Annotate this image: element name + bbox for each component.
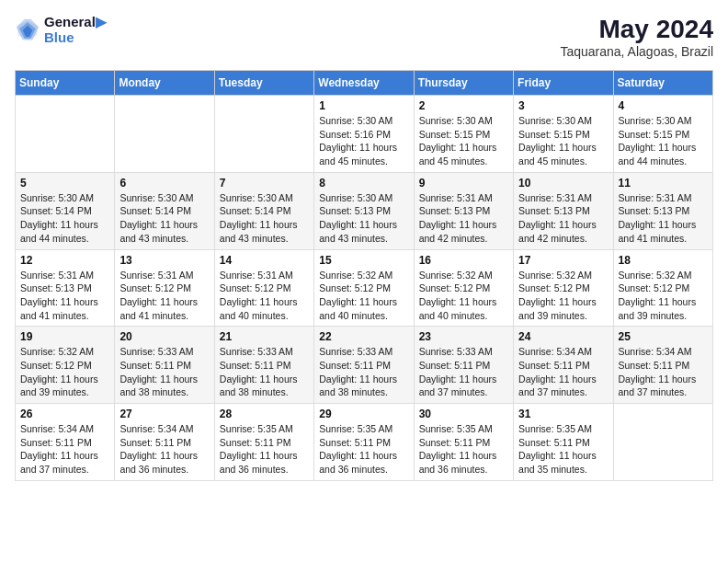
calendar-cell: 27Sunrise: 5:34 AMSunset: 5:11 PMDayligh… (115, 404, 214, 481)
calendar-cell: 7Sunrise: 5:30 AMSunset: 5:14 PMDaylight… (214, 172, 313, 249)
day-number: 21 (220, 330, 309, 343)
day-info: Sunrise: 5:33 AMSunset: 5:11 PMDaylight:… (419, 345, 508, 399)
calendar-cell: 15Sunrise: 5:32 AMSunset: 5:12 PMDayligh… (314, 249, 414, 327)
day-info: Sunrise: 5:31 AMSunset: 5:13 PMDaylight:… (619, 191, 708, 246)
calendar-cell: 29Sunrise: 5:35 AMSunset: 5:11 PMDayligh… (314, 404, 414, 481)
day-info: Sunrise: 5:31 AMSunset: 5:12 PMDaylight:… (220, 269, 309, 323)
day-number: 19 (20, 330, 109, 343)
calendar-cell: 19Sunrise: 5:32 AMSunset: 5:12 PMDayligh… (16, 327, 115, 404)
calendar-cell: 9Sunrise: 5:31 AMSunset: 5:13 PMDaylight… (414, 172, 513, 249)
calendar-cell: 13Sunrise: 5:31 AMSunset: 5:12 PMDayligh… (115, 249, 214, 327)
title-block: May 2024 Taquarana, Alagoas, Brazil (560, 15, 713, 59)
calendar-cell: 11Sunrise: 5:31 AMSunset: 5:13 PMDayligh… (613, 172, 712, 249)
location: Taquarana, Alagoas, Brazil (560, 44, 713, 59)
day-number: 10 (518, 177, 608, 190)
calendar-cell: 17Sunrise: 5:32 AMSunset: 5:12 PMDayligh… (514, 249, 613, 327)
day-number: 15 (319, 254, 408, 267)
calendar-week-2: 5Sunrise: 5:30 AMSunset: 5:14 PMDaylight… (16, 172, 713, 249)
calendar-cell: 5Sunrise: 5:30 AMSunset: 5:14 PMDaylight… (16, 172, 115, 249)
day-info: Sunrise: 5:31 AMSunset: 5:13 PMDaylight:… (20, 269, 109, 323)
weekday-header-saturday: Saturday (613, 71, 712, 96)
logo-icon (15, 17, 40, 43)
calendar-cell: 24Sunrise: 5:34 AMSunset: 5:11 PMDayligh… (514, 327, 613, 404)
calendar-table: SundayMondayTuesdayWednesdayThursdayFrid… (15, 70, 713, 481)
day-number: 5 (20, 177, 109, 190)
calendar-cell: 25Sunrise: 5:34 AMSunset: 5:11 PMDayligh… (613, 327, 712, 404)
weekday-header-sunday: Sunday (16, 71, 115, 96)
day-info: Sunrise: 5:35 AMSunset: 5:11 PMDaylight:… (518, 422, 608, 477)
calendar-cell: 4Sunrise: 5:30 AMSunset: 5:15 PMDaylight… (613, 96, 712, 173)
weekday-header-tuesday: Tuesday (214, 71, 313, 96)
day-info: Sunrise: 5:34 AMSunset: 5:11 PMDaylight:… (518, 345, 608, 399)
day-info: Sunrise: 5:31 AMSunset: 5:13 PMDaylight:… (518, 191, 608, 246)
day-info: Sunrise: 5:31 AMSunset: 5:13 PMDaylight:… (419, 191, 508, 246)
day-number: 28 (220, 408, 309, 420)
calendar-cell (16, 96, 115, 173)
day-number: 8 (319, 177, 408, 190)
day-info: Sunrise: 5:32 AMSunset: 5:12 PMDaylight:… (518, 269, 608, 323)
day-info: Sunrise: 5:32 AMSunset: 5:12 PMDaylight:… (619, 269, 708, 323)
day-info: Sunrise: 5:35 AMSunset: 5:11 PMDaylight:… (319, 422, 408, 477)
calendar-week-3: 12Sunrise: 5:31 AMSunset: 5:13 PMDayligh… (16, 249, 713, 327)
calendar-cell: 6Sunrise: 5:30 AMSunset: 5:14 PMDaylight… (115, 172, 214, 249)
day-info: Sunrise: 5:34 AMSunset: 5:11 PMDaylight:… (20, 422, 109, 477)
calendar-cell: 20Sunrise: 5:33 AMSunset: 5:11 PMDayligh… (115, 327, 214, 404)
day-number: 16 (419, 254, 508, 267)
calendar-cell: 16Sunrise: 5:32 AMSunset: 5:12 PMDayligh… (414, 249, 513, 327)
logo: General▶ Blue (15, 15, 107, 45)
day-info: Sunrise: 5:32 AMSunset: 5:12 PMDaylight:… (319, 269, 408, 323)
weekday-header-monday: Monday (115, 71, 214, 96)
day-number: 12 (20, 254, 109, 267)
calendar-cell: 14Sunrise: 5:31 AMSunset: 5:12 PMDayligh… (214, 249, 313, 327)
calendar-cell: 3Sunrise: 5:30 AMSunset: 5:15 PMDaylight… (514, 96, 613, 173)
day-number: 9 (419, 177, 508, 190)
day-number: 6 (119, 177, 209, 190)
day-number: 30 (419, 408, 508, 420)
day-number: 11 (619, 177, 708, 190)
calendar-header-row: SundayMondayTuesdayWednesdayThursdayFrid… (16, 71, 713, 96)
day-info: Sunrise: 5:32 AMSunset: 5:12 PMDaylight:… (20, 345, 109, 399)
page-header: General▶ Blue May 2024 Taquarana, Alagoa… (15, 15, 713, 59)
day-number: 23 (419, 330, 508, 343)
day-number: 22 (319, 330, 408, 343)
day-info: Sunrise: 5:35 AMSunset: 5:11 PMDaylight:… (419, 422, 508, 477)
day-info: Sunrise: 5:30 AMSunset: 5:14 PMDaylight:… (119, 191, 209, 246)
day-info: Sunrise: 5:30 AMSunset: 5:14 PMDaylight:… (220, 191, 309, 246)
day-info: Sunrise: 5:33 AMSunset: 5:11 PMDaylight:… (119, 345, 209, 399)
day-info: Sunrise: 5:30 AMSunset: 5:15 PMDaylight:… (419, 114, 508, 168)
day-number: 27 (119, 408, 209, 420)
day-number: 26 (20, 408, 109, 420)
calendar-cell (115, 96, 214, 173)
calendar-cell: 8Sunrise: 5:30 AMSunset: 5:13 PMDaylight… (314, 172, 414, 249)
day-number: 20 (119, 330, 209, 343)
day-number: 2 (419, 99, 508, 112)
calendar-cell: 23Sunrise: 5:33 AMSunset: 5:11 PMDayligh… (414, 327, 513, 404)
calendar-cell: 18Sunrise: 5:32 AMSunset: 5:12 PMDayligh… (613, 249, 712, 327)
day-number: 18 (619, 254, 708, 267)
day-number: 1 (319, 99, 408, 112)
day-info: Sunrise: 5:30 AMSunset: 5:13 PMDaylight:… (319, 191, 408, 246)
day-info: Sunrise: 5:32 AMSunset: 5:12 PMDaylight:… (419, 269, 508, 323)
day-number: 24 (518, 330, 608, 343)
day-info: Sunrise: 5:30 AMSunset: 5:16 PMDaylight:… (319, 114, 408, 168)
weekday-header-wednesday: Wednesday (314, 71, 414, 96)
day-info: Sunrise: 5:30 AMSunset: 5:15 PMDaylight:… (619, 114, 708, 168)
calendar-cell: 10Sunrise: 5:31 AMSunset: 5:13 PMDayligh… (514, 172, 613, 249)
day-info: Sunrise: 5:31 AMSunset: 5:12 PMDaylight:… (119, 269, 209, 323)
calendar-week-1: 1Sunrise: 5:30 AMSunset: 5:16 PMDaylight… (16, 96, 713, 173)
calendar-cell (613, 404, 712, 481)
day-number: 31 (518, 408, 608, 420)
day-number: 3 (518, 99, 608, 112)
calendar-cell: 21Sunrise: 5:33 AMSunset: 5:11 PMDayligh… (214, 327, 313, 404)
calendar-cell: 22Sunrise: 5:33 AMSunset: 5:11 PMDayligh… (314, 327, 414, 404)
day-info: Sunrise: 5:34 AMSunset: 5:11 PMDaylight:… (619, 345, 708, 399)
calendar-cell: 30Sunrise: 5:35 AMSunset: 5:11 PMDayligh… (414, 404, 513, 481)
day-info: Sunrise: 5:30 AMSunset: 5:15 PMDaylight:… (518, 114, 608, 168)
day-number: 7 (220, 177, 309, 190)
weekday-header-friday: Friday (514, 71, 613, 96)
calendar-cell: 28Sunrise: 5:35 AMSunset: 5:11 PMDayligh… (214, 404, 313, 481)
day-info: Sunrise: 5:33 AMSunset: 5:11 PMDaylight:… (220, 345, 309, 399)
day-info: Sunrise: 5:34 AMSunset: 5:11 PMDaylight:… (119, 422, 209, 477)
calendar-cell: 1Sunrise: 5:30 AMSunset: 5:16 PMDaylight… (314, 96, 414, 173)
calendar-cell: 12Sunrise: 5:31 AMSunset: 5:13 PMDayligh… (16, 249, 115, 327)
